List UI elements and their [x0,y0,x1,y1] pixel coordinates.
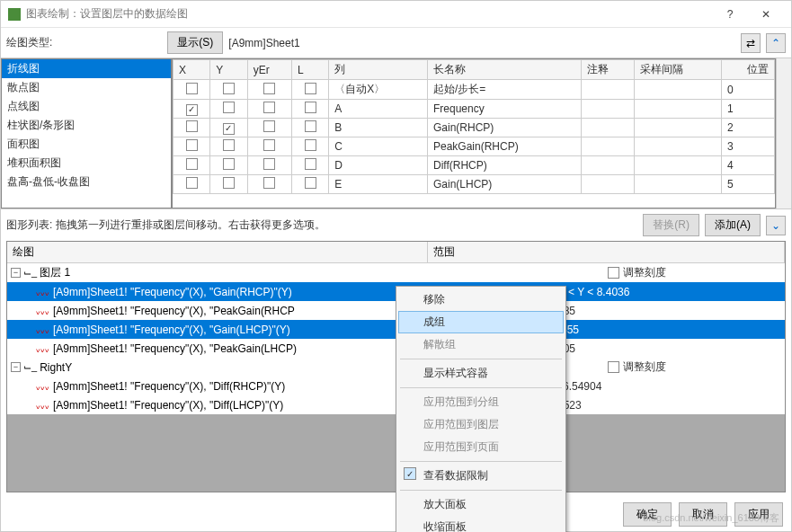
grid-header[interactable]: 注释 [582,60,635,80]
grid-header[interactable]: Y [210,60,247,80]
checkbox[interactable] [223,83,235,94]
titlebar: 图表绘制：设置图层中的数据绘图 ? ✕ [1,1,791,28]
close-button[interactable]: ✕ [748,2,784,27]
ok-button[interactable]: 确定 [623,502,672,527]
grid-header[interactable]: X [174,60,210,80]
checkbox[interactable] [305,102,316,113]
plot-type-item[interactable]: 盘高-盘低-收盘图 [2,173,171,191]
adjust-scale-checkbox[interactable] [608,267,619,279]
plot-type-item[interactable]: 点线图 [2,97,171,116]
waveform-icon: ᵥᵥᵥ [36,305,49,317]
graphlist-label: 图形列表: 拖拽第一列进行重排或图层间移动。右击获得更多选项。 [6,217,325,233]
tree-layer-row[interactable]: −⌙_ 图层 1调整刻度 [7,263,785,282]
show-button[interactable]: 显示(S) [167,31,223,54]
layer-icon: ⌙_ [23,361,37,373]
check-icon: ✓ [404,467,416,480]
checkbox[interactable] [186,120,198,132]
grid-row[interactable]: EGain(LHCP)5 [174,175,775,194]
expander-icon[interactable]: − [11,268,21,278]
menu-view-limit[interactable]: ✓查看数据限制 [398,465,564,487]
waveform-icon: ᵥᵥᵥ [36,286,49,298]
menu-show-style[interactable]: 显示样式容器 [398,362,564,385]
tree-col-range: 范围 [428,242,785,262]
checkbox[interactable] [223,139,235,151]
help-button[interactable]: ? [712,2,748,27]
collapse-up-icon[interactable]: ⌃ [766,33,786,53]
grid-header[interactable]: 位置 [722,60,775,80]
checkbox[interactable] [305,120,316,132]
menu-shrink[interactable]: 收缩面板 [398,516,564,532]
menu-apply-group[interactable]: 应用范围到分组 [398,391,564,413]
grid-row[interactable]: DDiff(RHCP)4 [174,156,775,175]
menu-ungroup[interactable]: 解散组 [398,333,564,356]
layer-icon: ⌙_ [23,267,37,279]
plot-type-item[interactable]: 折线图 [2,59,171,78]
expander-icon[interactable]: − [11,362,21,372]
plot-type-item[interactable]: 散点图 [2,78,171,97]
plot-type-item[interactable]: 堆积面积图 [2,154,171,173]
waveform-icon: ᵥᵥᵥ [36,342,49,355]
grid-row[interactable]: 〈自动X〉起始/步长=0 [174,80,775,100]
apply-button[interactable]: 应用 [734,502,783,527]
grid-header[interactable]: yEr [247,60,291,80]
waveform-icon: ᵥᵥᵥ [36,399,49,412]
checkbox[interactable] [186,158,198,170]
checkbox[interactable] [186,83,198,94]
grid-header[interactable]: L [291,60,328,80]
checkbox[interactable] [305,139,316,151]
tree-col-plot: 绘图 [7,242,428,262]
grid-header[interactable]: 列 [329,60,428,80]
menu-group[interactable]: 成组 [398,311,564,333]
checkbox[interactable] [305,177,316,189]
plot-type-list[interactable]: 折线图散点图点线图柱状图/条形图面积图堆积面积图盘高-盘低-收盘图 [1,58,172,208]
grid-row[interactable]: BGain(RHCP)2 [174,119,775,137]
replace-button[interactable]: 替换(R) [643,214,699,236]
menu-apply-layer[interactable]: 应用范围到图层 [398,413,564,436]
checkbox[interactable] [305,158,316,170]
context-menu: 移除 成组 解散组 显示样式容器 应用范围到分组 应用范围到图层 应用范围到页面… [396,286,566,532]
plot-type-item[interactable]: 柱状图/条形图 [2,116,171,135]
plot-type-item[interactable]: 面积图 [2,135,171,154]
checkbox[interactable] [263,139,275,151]
checkbox[interactable] [223,158,235,170]
checkbox[interactable] [263,102,275,113]
checkbox[interactable] [263,177,275,189]
grid-header[interactable]: 长名称 [428,60,582,80]
window-title: 图表绘制：设置图层中的数据绘图 [26,6,712,22]
checkbox[interactable] [305,83,316,94]
waveform-icon: ᵥᵥᵥ [36,380,49,393]
plot-type-label: 绘图类型: [6,35,52,50]
checkbox[interactable] [263,158,275,170]
grid-header[interactable]: 采样间隔 [635,60,722,80]
grid-row[interactable]: CPeakGain(RHCP)3 [174,137,775,156]
add-button[interactable]: 添加(A) [705,214,761,236]
data-grid[interactable]: XYyErL列长名称注释采样间隔位置〈自动X〉起始/步长=0AFrequency… [172,58,776,208]
checkbox[interactable] [263,120,275,132]
checkbox[interactable] [263,83,275,94]
checkbox[interactable] [223,177,235,189]
checkbox[interactable] [186,177,198,189]
waveform-icon: ᵥᵥᵥ [36,324,49,336]
checkbox[interactable] [186,104,198,116]
app-icon [8,8,21,21]
menu-enlarge[interactable]: 放大面板 [398,493,564,516]
sheet-name: [A9mm]Sheet1 [228,37,299,49]
swap-icon[interactable]: ⇄ [741,33,761,53]
cancel-button[interactable]: 取消 [679,502,727,527]
checkbox[interactable] [223,123,235,135]
checkbox[interactable] [186,139,198,151]
menu-apply-page[interactable]: 应用范围到页面 [398,436,564,458]
grid-row[interactable]: AFrequency1 [174,100,775,119]
adjust-scale-checkbox[interactable] [608,361,619,373]
menu-remove[interactable]: 移除 [398,288,564,311]
expand-down-icon[interactable]: ⌄ [766,216,786,235]
checkbox[interactable] [223,102,235,113]
